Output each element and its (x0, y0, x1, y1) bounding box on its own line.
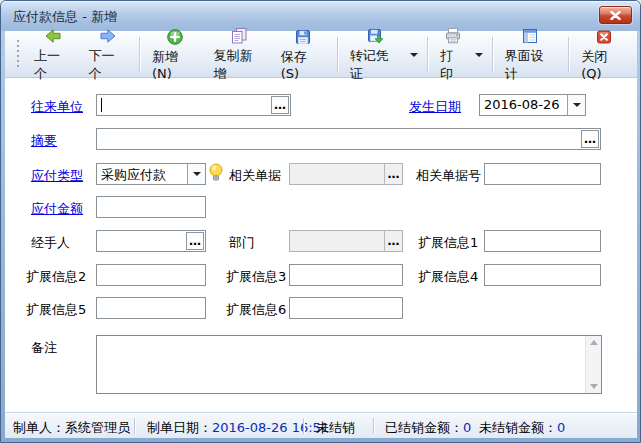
ext5-label: 扩展信息5 (26, 301, 86, 319)
close-label: 关闭(Q) (581, 48, 627, 81)
ext2-field (96, 264, 206, 286)
summary-input[interactable] (97, 129, 580, 149)
department-browse-button[interactable]: … (384, 231, 402, 251)
remark-label: 备注 (31, 339, 57, 357)
handler-label: 经手人 (31, 234, 70, 252)
related-doc-field: … (289, 163, 403, 185)
ext5-input[interactable] (97, 298, 205, 318)
ext1-input[interactable] (485, 231, 600, 251)
text-cursor (101, 98, 102, 112)
ui-design-label: 界面设计 (505, 47, 556, 83)
department-label: 部门 (229, 234, 255, 252)
related-doc-no-label: 相关单据号 (416, 167, 481, 185)
ext2-input[interactable] (97, 265, 205, 285)
window-title: 应付款信息 - 新增 (13, 8, 117, 26)
printer-icon (444, 27, 462, 45)
ext3-field (289, 264, 403, 286)
ext6-field (289, 297, 403, 319)
ext1-field (484, 230, 601, 252)
handler-field: … (96, 230, 206, 252)
toolbar: 上一个 下一个 新增(N) 复制新增 (5, 31, 637, 78)
remark-scrollbar[interactable] (585, 336, 601, 393)
ext6-input[interactable] (290, 298, 402, 318)
related-doc-no-field (484, 163, 601, 185)
summary-field: … (96, 128, 601, 150)
related-doc-input (290, 164, 384, 184)
related-doc-browse-button[interactable]: … (384, 164, 402, 184)
toolbar-grip[interactable] (17, 40, 20, 69)
copy-pages-icon (230, 27, 248, 45)
summary-label[interactable]: 摘要 (31, 132, 57, 150)
occur-date-dropdown-button[interactable] (567, 95, 585, 115)
new-label: 新增(N) (152, 48, 197, 81)
copy-new-button[interactable]: 复制新增 (205, 34, 272, 75)
toolbar-separator (568, 37, 569, 72)
remark-textarea[interactable] (97, 336, 585, 393)
toolbar-separator (139, 37, 140, 72)
ext2-label: 扩展信息2 (26, 268, 86, 286)
handler-browse-button[interactable]: … (186, 232, 204, 250)
unsettled-amount-status: 未结销金额：0 (479, 419, 565, 437)
arrow-left-icon (44, 27, 62, 45)
print-label: 打印 (440, 47, 466, 83)
settled-amount-value: 0 (463, 420, 471, 435)
statusbar-divider (373, 418, 374, 434)
post-voucher-dropdown[interactable] (409, 34, 423, 75)
status-bar: 制单人：系统管理员 制单日期：2016-08-26 16:51 未结销 已结销金… (5, 412, 637, 438)
ext3-input[interactable] (290, 265, 402, 285)
partner-label[interactable]: 往来单位 (31, 98, 83, 116)
caret-down-icon (410, 53, 418, 57)
post-voucher-label: 转记凭证 (350, 47, 401, 83)
previous-label: 上一个 (34, 47, 73, 83)
remark-field (96, 335, 602, 394)
title-bar[interactable]: 应付款信息 - 新增 (1, 1, 640, 31)
print-button[interactable]: 打印 (432, 34, 474, 75)
scroll-up-icon[interactable] (590, 340, 598, 345)
payable-type-select: 采购应付款 (96, 163, 206, 185)
partner-browse-button[interactable]: … (271, 96, 289, 114)
client-area: 上一个 下一个 新增(N) 复制新增 (5, 31, 637, 438)
handler-input[interactable] (97, 231, 185, 251)
amount-field (96, 196, 206, 218)
made-date-value: 2016-08-26 16:51 (212, 420, 329, 435)
unsettled-amount-value: 0 (557, 420, 565, 435)
ext3-label: 扩展信息3 (226, 268, 286, 286)
window-close-button[interactable] (599, 6, 632, 24)
payable-type-dropdown-button[interactable] (187, 164, 205, 184)
statusbar-divider (134, 418, 135, 434)
ext5-field (96, 297, 206, 319)
ext1-label: 扩展信息1 (418, 234, 478, 252)
close-button[interactable]: 关闭(Q) (573, 34, 635, 75)
caret-down-icon (475, 53, 483, 57)
caret-down-icon (573, 103, 581, 107)
save-label: 保存(S) (281, 48, 325, 81)
statusbar-divider (303, 418, 304, 434)
occur-date-combo: 2016-08-26 (479, 94, 586, 116)
occur-date-value[interactable]: 2016-08-26 (480, 95, 567, 115)
ext4-label: 扩展信息4 (418, 268, 478, 286)
related-doc-no-input[interactable] (485, 164, 600, 184)
ext4-field (484, 264, 601, 286)
partner-field: … (96, 94, 291, 116)
close-icon (610, 11, 621, 20)
ui-design-button[interactable]: 界面设计 (497, 34, 564, 75)
lightbulb-icon[interactable] (208, 162, 224, 187)
ext4-input[interactable] (485, 265, 600, 285)
print-dropdown[interactable] (474, 34, 488, 75)
save-button[interactable]: 保存(S) (273, 34, 333, 75)
previous-button[interactable]: 上一个 (26, 34, 81, 75)
toolbar-separator (427, 37, 428, 72)
next-button[interactable]: 下一个 (81, 34, 136, 75)
summary-browse-button[interactable]: … (581, 130, 599, 148)
post-voucher-button[interactable]: 转记凭证 (342, 34, 409, 75)
new-button[interactable]: 新增(N) (144, 34, 205, 75)
amount-label[interactable]: 应付金额 (31, 200, 83, 218)
occur-date-label[interactable]: 发生日期 (409, 98, 461, 116)
department-field: … (289, 230, 403, 252)
partner-input[interactable] (97, 95, 270, 115)
payable-type-value[interactable]: 采购应付款 (97, 164, 187, 184)
scroll-down-icon[interactable] (590, 384, 598, 389)
amount-input[interactable] (97, 197, 205, 217)
next-label: 下一个 (89, 47, 128, 83)
payable-type-label[interactable]: 应付类型 (31, 167, 83, 185)
